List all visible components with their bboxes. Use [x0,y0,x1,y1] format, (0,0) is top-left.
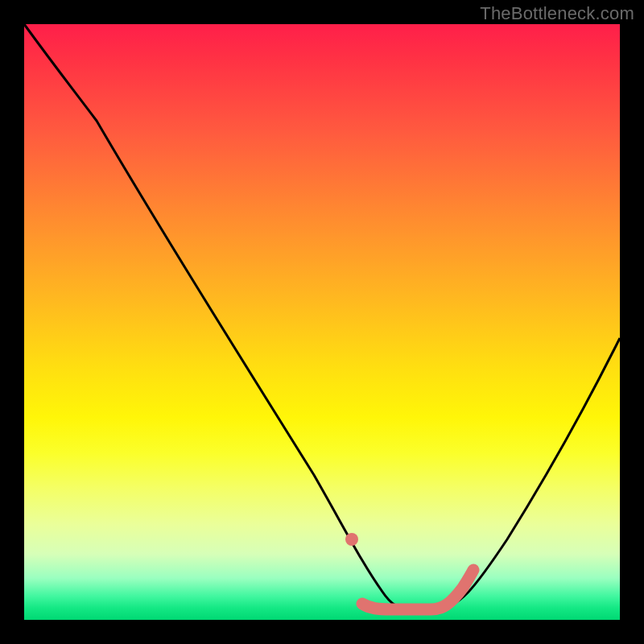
optimal-range-highlight [362,570,473,609]
chart-frame: TheBottleneck.com [0,0,644,644]
bottleneck-curve [24,24,620,609]
watermark-text: TheBottleneck.com [480,3,634,24]
highlight-start-dot [345,533,358,546]
gradient-plot-area [24,24,620,620]
curve-layer [24,24,620,620]
